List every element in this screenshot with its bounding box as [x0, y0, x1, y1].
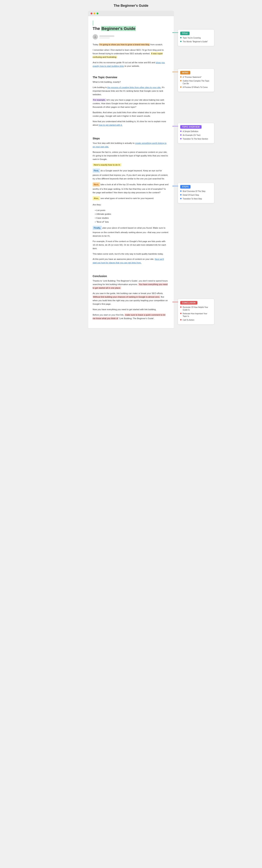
steps-highlight-1: create something worth linking to on you… — [93, 142, 167, 148]
topic-dot-3 — [180, 138, 181, 140]
author-date-bar — [99, 37, 110, 38]
steps-heading: Steps — [93, 137, 169, 140]
conclusion-dot-3 — [180, 319, 181, 320]
steps-also-p: Also, see what types of content tend to … — [93, 196, 169, 201]
heading-highlight-1 — [93, 21, 93, 26]
conclusion-p4: Before you start on your first link, mak… — [93, 313, 169, 320]
svg-point-8 — [173, 186, 173, 186]
topic-label: TOPIC OVERVIEW — [180, 125, 202, 129]
steps-annotation-box: STEPS Brief Overview Of The Step Detail … — [178, 183, 214, 203]
steps-arethey: Are they: — [93, 203, 169, 207]
topic-link[interactable]: how to get started with it. — [98, 124, 122, 126]
topic-p2: For example, let's say you have a page o… — [93, 98, 169, 109]
intro-p1: Today I'm going to show you how to grow … — [93, 43, 169, 46]
intro-label: INTRO — [180, 71, 190, 74]
conclusion-dot-1 — [180, 306, 181, 308]
conclusion-item-2: Reiterate How Important Your Topic Is — [180, 312, 212, 318]
steps-next-link: Next we'll start out hunt for places tha… — [93, 258, 164, 264]
topic-p4: Now that you understand what link buildi… — [93, 120, 169, 127]
title-dot-2 — [180, 41, 181, 42]
browser-chrome — [88, 11, 174, 16]
intro-item-3: A Preview Of What's To Come — [180, 86, 212, 89]
steps-list: List posts Ultimate guides Case studies … — [95, 208, 169, 224]
conclusion-heading: Conclusion — [93, 275, 169, 278]
steps-next-p: Next, take a look at all of the top 10 r… — [93, 182, 169, 194]
steps-point-p: At this point you have an awesome piece … — [93, 257, 169, 265]
svg-point-2 — [173, 32, 173, 33]
steps-p1: Your first step with link building is ac… — [93, 142, 169, 149]
intro-p2: I remember when I first started to learn… — [93, 48, 169, 59]
svg-point-4 — [173, 72, 173, 72]
browser-dot-yellow — [94, 12, 95, 14]
conclusion-highlight-2: Without link building your chances of ra… — [93, 296, 160, 298]
conclusion-p3: Now you have everything you need to get … — [93, 308, 169, 311]
steps-finally-p: Finally, plan your piece of content base… — [93, 226, 169, 238]
annotation-conclusion: CONCLUSION Reminder Of How Helpful Your … — [178, 299, 214, 324]
intro-highlight-2: It was super confusing and frustrating. — [93, 52, 163, 58]
conclusion-label: CONCLUSION — [180, 301, 198, 305]
topic-annotation-box: TOPIC OVERVIEW A Simple Definition An Ex… — [178, 123, 214, 144]
steps-label: STEPS — [180, 185, 191, 189]
topic-p1: Link building is the process of creating… — [93, 86, 169, 96]
intro-p3: And in this no-nonsense guide I'll cut o… — [93, 61, 169, 68]
annotation-intro: INTRO A "Promise Statement" Outline How … — [178, 69, 214, 92]
topic-item-2: An Example (Or Two) — [180, 134, 212, 136]
intro-highlight-1: I'm going to show you how to grow a bran… — [99, 43, 150, 46]
topic-p3: Backlinks. And when you build links from… — [93, 111, 169, 118]
steps-next-label: Next, — [93, 182, 100, 187]
article-heading: The Beginner's Guide — [93, 21, 169, 31]
steps-here-label: Here's exactly how to do it: — [93, 163, 121, 166]
intro-item-2: Outline How Complex The Topic Can Be — [180, 80, 212, 85]
intro-dot-1 — [180, 76, 181, 78]
steps-item-1: Brief Overview Of The Step — [180, 190, 212, 193]
steps-example-p: For example, if most of the content on G… — [93, 240, 169, 250]
intro-link[interactable]: show you exactly how to start building l… — [93, 61, 165, 67]
article-container: The Beginner's Guide Today I'm going to … — [88, 16, 174, 328]
steps-p2: Because the fact is, unless you have a p… — [93, 150, 169, 161]
steps-also-label: Also, — [93, 196, 100, 200]
annotation-steps: STEPS Brief Overview Of The Step Detail … — [178, 183, 214, 203]
intro-dot-2 — [180, 80, 181, 82]
annotation-topic: TOPIC OVERVIEW A Simple Definition An Ex… — [178, 123, 214, 144]
conclusion-p2: As you saw in the guide, link building c… — [93, 292, 169, 306]
annotation-title: TITLE Topic You're Covering The Words "B… — [178, 29, 214, 46]
title-dot-1 — [180, 37, 181, 38]
topic-item-3: Transition To The Next Section — [180, 138, 212, 140]
author-name-bar — [99, 35, 114, 37]
topic-highlight-2: For example, — [93, 99, 106, 101]
steps-item-2: Detail Of Each Step — [180, 194, 212, 196]
list-item: "Best of" lists — [95, 220, 169, 224]
steps-dot-2 — [180, 194, 181, 195]
topic-dot-2 — [180, 134, 181, 135]
author-row — [93, 34, 169, 39]
topic-q: What is link building, exactly? — [93, 80, 169, 84]
svg-point-6 — [173, 126, 173, 126]
title-item-1: Topic You're Covering — [180, 37, 212, 39]
steps-finally-label: Finally, — [93, 226, 102, 230]
browser-dot-red — [91, 12, 92, 14]
steps-first-p: First, do a Google search for your targe… — [93, 168, 169, 181]
heading-highlight-2: Beginner's Guide — [101, 26, 136, 31]
topic-heading: The Topic Overview — [93, 76, 169, 79]
intro-dot-3 — [180, 86, 181, 88]
list-item: Ultimate guides — [95, 212, 169, 216]
svg-point-0 — [95, 36, 96, 37]
steps-dot-1 — [180, 190, 181, 192]
steps-item-3: Transition To Next Step — [180, 197, 212, 200]
svg-point-10 — [173, 302, 173, 302]
title-annotation-box: TITLE Topic You're Covering The Words "B… — [178, 29, 214, 46]
conclusion-highlight-1: You have everything you need to get star… — [93, 283, 168, 289]
title-item-2: The Words "Beginner's Guide" — [180, 40, 212, 43]
list-item: List posts — [95, 208, 169, 212]
browser-dot-green — [96, 12, 98, 14]
steps-first-label: First, — [93, 168, 100, 173]
intro-annotation-box: INTRO A "Promise Statement" Outline How … — [178, 69, 214, 92]
page-title: The Beginner's Guide — [114, 4, 148, 8]
heading-line2: The Beginner's Guide — [93, 26, 136, 31]
author-info — [99, 35, 114, 38]
avatar — [93, 34, 98, 39]
topic-highlight-1: the process of creating links from other… — [108, 86, 161, 89]
conclusion-annotation-box: CONCLUSION Reminder Of How Helpful Your … — [178, 299, 214, 324]
topic-dot-1 — [180, 131, 181, 132]
topic-item-1: A Simple Definition — [180, 130, 212, 133]
